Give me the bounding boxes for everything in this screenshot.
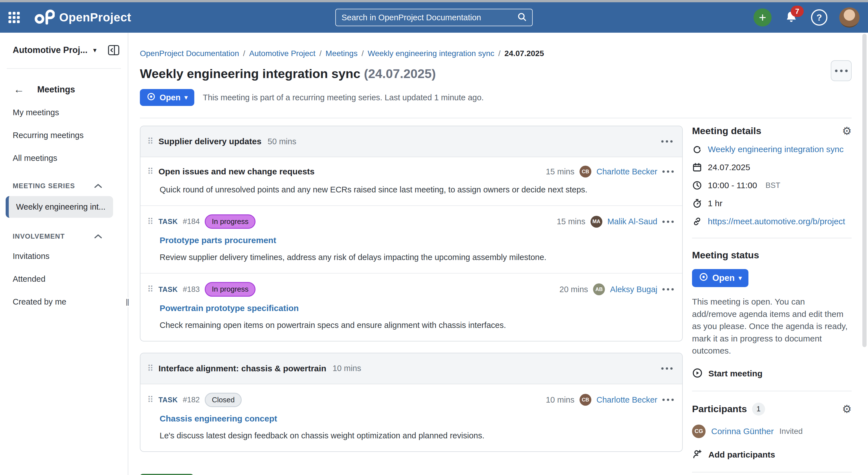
back-arrow-icon[interactable]: ← (13, 83, 24, 96)
agenda-item-menu-button[interactable] (662, 399, 674, 401)
drag-handle-icon[interactable]: ⠿ (147, 217, 153, 226)
meeting-series-link[interactable]: Weekly engineering integration sync (708, 144, 843, 154)
breadcrumb: OpenProject Documentation / Automotive P… (140, 49, 868, 58)
agenda-item-description: Check remaining open items on powertrain… (160, 320, 661, 331)
breadcrumb-link-documentation[interactable]: OpenProject Documentation (140, 49, 239, 58)
notifications-button[interactable]: 7 (783, 9, 799, 25)
sidebar-item-invitations[interactable]: Invitations (0, 245, 128, 268)
sidebar: Automotive Proj... ▾ ← Meetings My meeti… (0, 33, 128, 475)
section-menu-button[interactable] (661, 140, 673, 142)
participants-settings-gear-icon[interactable]: ⚙ (842, 404, 851, 414)
agenda-item-description: Le's discuss latest design feedback on c… (160, 430, 661, 441)
page-scrollbar[interactable] (862, 34, 867, 347)
presenter-link[interactable]: Charlotte Becker (596, 395, 657, 405)
participant-avatar[interactable]: CG (692, 425, 706, 438)
breadcrumb-link-meetings[interactable]: Meetings (326, 49, 358, 58)
meeting-url-link[interactable]: https://meet.automotive.org/b/project (708, 217, 845, 226)
caret-down-icon: ▾ (184, 94, 188, 101)
sidebar-item-created-by-me[interactable]: Created by me (0, 291, 128, 313)
presenter-link[interactable]: Charlotte Becker (596, 167, 657, 176)
agenda-section-card: ⠿ Supplier delivery updates 50 mins ⠿ Op… (140, 126, 683, 341)
involvement-section-label: INVOLVEMENT (13, 232, 94, 240)
breadcrumb-link-project[interactable]: Automotive Project (249, 49, 315, 58)
meeting-status-dropdown-button[interactable]: Open ▾ (140, 89, 194, 106)
work-package-type: TASK (158, 285, 178, 294)
global-search[interactable] (335, 9, 533, 26)
search-input[interactable] (341, 13, 517, 22)
breadcrumb-current: 24.07.2025 (504, 49, 544, 58)
meeting-details-settings-gear-icon[interactable]: ⚙ (842, 126, 851, 136)
agenda-item-description: Quick round of unresolved points and any… (160, 184, 661, 195)
drag-handle-icon[interactable]: ⠿ (147, 285, 153, 294)
clock-icon (692, 180, 702, 191)
breadcrumb-link-series[interactable]: Weekly engineering integration sync (368, 49, 494, 58)
top-bar: OpenProject + 7 ? (0, 2, 868, 33)
help-button[interactable]: ? (811, 9, 827, 26)
page-title-date: (24.07.2025) (364, 67, 436, 81)
agenda-item: ⠿ Open issues and new change requests 15… (141, 157, 682, 205)
sidebar-item-my-meetings[interactable]: My meetings (0, 101, 128, 124)
participant-status: Invited (779, 427, 803, 436)
section-duration: 50 mins (268, 137, 297, 146)
agenda-item-menu-button[interactable] (662, 170, 674, 173)
status-open-icon (147, 92, 156, 103)
panel-divider (692, 391, 851, 391)
sidebar-section-title: Meetings (37, 84, 75, 95)
status-badge: In progress (205, 214, 255, 229)
project-selector[interactable]: Automotive Proj... (13, 45, 87, 55)
user-avatar[interactable] (839, 7, 860, 28)
section-menu-button[interactable] (661, 367, 673, 370)
work-package-title-link[interactable]: Prototype parts procurement (160, 236, 674, 245)
work-package-title-link[interactable]: Powertrain prototype specification (160, 303, 674, 313)
add-participants-button[interactable]: Add participants (692, 449, 851, 461)
drag-handle-icon[interactable]: ⠿ (147, 396, 153, 404)
agenda-item-duration: 15 mins (546, 167, 575, 176)
start-meeting-button[interactable]: Start meeting (692, 368, 851, 379)
participant-row: CG Corinna Günther Invited (692, 425, 851, 438)
drag-handle-icon[interactable]: ⠿ (147, 137, 153, 146)
agenda-item-menu-button[interactable] (662, 288, 674, 291)
caret-down-icon: ▾ (739, 274, 742, 282)
agenda-item-duration: 20 mins (559, 285, 588, 294)
work-package-title-link[interactable]: Chassis engineering concept (160, 414, 674, 423)
meeting-status-description: This meeting is open. You can add/remove… (692, 296, 851, 357)
page-more-actions-button[interactable] (831, 60, 851, 81)
participant-name-link[interactable]: Corinna Günther (711, 427, 774, 436)
sidebar-item-all-meetings[interactable]: All meetings (0, 147, 128, 170)
status-badge: Closed (205, 393, 242, 407)
presenter-avatar[interactable]: CB (580, 394, 591, 406)
add-agenda-item-button[interactable]: + Add ▾ (140, 474, 193, 475)
presenter-avatar[interactable]: MA (590, 216, 602, 228)
calendar-icon (692, 162, 702, 172)
drag-handle-icon[interactable]: ⠿ (147, 167, 153, 176)
sidebar-item-recurring-meetings[interactable]: Recurring meetings (0, 124, 128, 147)
meeting-details-title: Meeting details (692, 125, 762, 136)
project-caret-down-icon[interactable]: ▾ (93, 46, 96, 54)
sidebar-item-weekly-engineering-selected[interactable]: Weekly engineering int... (6, 196, 113, 218)
meeting-timezone: BST (766, 181, 781, 190)
chevron-up-icon[interactable] (94, 234, 102, 239)
quick-add-button[interactable]: + (753, 8, 772, 27)
work-package-id: #184 (183, 217, 200, 226)
presenter-link[interactable]: Malik Al-Saud (608, 217, 657, 226)
chevron-up-icon[interactable] (94, 183, 102, 189)
content-divider (140, 118, 851, 118)
collapse-sidebar-button[interactable] (107, 44, 120, 56)
notification-count-badge: 7 (791, 6, 804, 17)
drag-handle-icon[interactable]: ⠿ (147, 364, 153, 373)
search-icon[interactable] (517, 12, 527, 23)
apps-grid-icon[interactable] (8, 12, 20, 23)
presenter-avatar[interactable]: CB (580, 166, 591, 177)
meeting-status-note: This meeting is part of a recurring meet… (203, 93, 484, 102)
recurring-icon (692, 144, 702, 155)
agenda-section-card: ⠿ Interface alignment: chassis & powertr… (140, 353, 683, 452)
agenda-item-description: Review supplier delivery timelines, addr… (160, 252, 661, 263)
openproject-logo[interactable]: OpenProject (33, 9, 131, 26)
meeting-duration: 1 hr (708, 199, 722, 208)
meeting-status-open-dropdown-button[interactable]: Open ▾ (692, 269, 748, 287)
presenter-avatar[interactable]: AB (593, 283, 605, 295)
agenda-item-menu-button[interactable] (662, 220, 674, 223)
panel-divider (692, 472, 851, 472)
sidebar-item-attended[interactable]: Attended (0, 268, 128, 291)
presenter-link[interactable]: Aleksy Bugaj (610, 285, 657, 294)
